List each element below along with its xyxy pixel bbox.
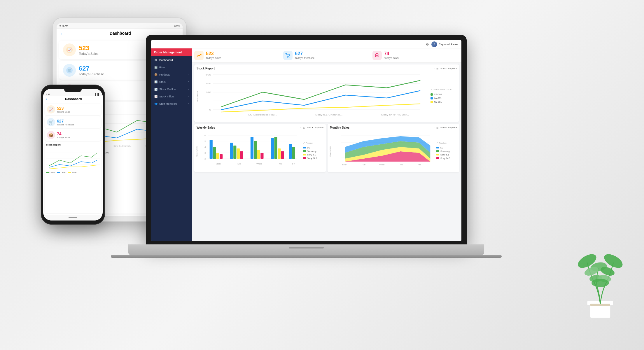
weekly-export-button[interactable]: Export ▾ bbox=[315, 126, 323, 129]
weekly-legend: ✓Product LG bbox=[303, 131, 323, 170]
dashboard-icon: ⊞ bbox=[154, 59, 158, 62]
laptop-base bbox=[128, 244, 484, 255]
svg-rect-56 bbox=[257, 150, 260, 159]
phone-stat-stock-label: Today's Stock bbox=[57, 136, 70, 139]
monthly-export-button[interactable]: Export ▾ bbox=[448, 126, 457, 129]
inflow-icon: 📈 bbox=[154, 95, 158, 98]
svg-text:Fri: Fri bbox=[418, 164, 421, 166]
legend-title: ✓ Warehouse Code bbox=[430, 88, 457, 91]
svg-text:Wed: Wed bbox=[379, 164, 384, 166]
monthly-sales-title: Monthly Sales bbox=[330, 126, 349, 129]
stock-chart-wrap: Total Instock bbox=[197, 72, 457, 120]
sidebar-label-stock: Stock bbox=[159, 80, 166, 83]
laptop-foot bbox=[111, 255, 502, 258]
svg-text:5: 5 bbox=[204, 140, 206, 143]
phone-notch bbox=[64, 89, 82, 92]
monthly-y-label: Quantity Sold bbox=[329, 146, 331, 157]
tablet-stat-icon-purchase: 🛒 bbox=[63, 64, 76, 77]
weekly-sort-button[interactable]: Sort ▾ bbox=[307, 126, 313, 129]
monthly-table-icon[interactable]: ⊞ bbox=[436, 126, 439, 129]
phone-stat-stock: 📦 74 Today's Stock bbox=[45, 129, 101, 141]
stat-icon-stock bbox=[372, 51, 382, 60]
stock-icon: 📊 bbox=[154, 80, 158, 83]
tablet-stat-purchase-info: 627 Today's Purchase bbox=[79, 65, 104, 76]
sidebar: Order Management ⊞ Dashboard 🏢 Firm 📦 Pr… bbox=[151, 48, 192, 241]
svg-text:Thu: Thu bbox=[277, 163, 282, 165]
phone-stat-icon-stock: 📦 bbox=[47, 131, 55, 139]
svg-rect-49 bbox=[220, 154, 223, 159]
svg-rect-84 bbox=[590, 304, 610, 306]
legend-ny001-laptop: NY-001 bbox=[430, 101, 457, 103]
bottom-row: Weekly Sales › ⊞ Sort ▾ Export ▾ bbox=[194, 124, 459, 172]
phone-content: 📈 523 Today's Sales 🛒 627 Today's Purcha… bbox=[43, 102, 103, 215]
sidebar-item-products[interactable]: 📦 Products › bbox=[151, 71, 192, 78]
sort-button[interactable]: Sort ▾ bbox=[440, 67, 447, 70]
monthly-chart-wrap: Quantity Sold bbox=[330, 131, 457, 170]
svg-point-20 bbox=[200, 54, 202, 55]
phone-stat-purchase-number: 627 bbox=[57, 119, 74, 123]
svg-text:Tue: Tue bbox=[361, 164, 366, 166]
weekly-legend-samsung: Samsung bbox=[303, 150, 323, 153]
weekly-legend-title: ✓Product bbox=[303, 142, 323, 144]
phone-legend-ca001: CA-001 bbox=[46, 172, 55, 173]
sidebar-item-stock[interactable]: 📊 Stock › bbox=[151, 78, 192, 85]
phone-stat-purchase: 🛒 627 Today's Purchase bbox=[45, 116, 101, 128]
tablet-stat-purchase-label: Today's Purchase bbox=[79, 72, 104, 76]
sidebar-label-outflow: Stock Outflow bbox=[159, 88, 176, 91]
topbar-right: ⚙ R Raymond Parker bbox=[426, 41, 459, 47]
phone-stat-sales: 📈 523 Today's Sales bbox=[45, 104, 101, 115]
weekly-sales-card: Weekly Sales › ⊞ Sort ▾ Export ▾ bbox=[194, 124, 326, 172]
svg-rect-51 bbox=[233, 146, 236, 159]
svg-text:LG Electronics Flat...: LG Electronics Flat... bbox=[249, 113, 277, 116]
sidebar-item-dashboard[interactable]: ⊞ Dashboard bbox=[151, 56, 192, 64]
sidebar-item-inflow[interactable]: 📈 Stock Inflow › bbox=[151, 93, 192, 100]
svg-rect-46 bbox=[210, 140, 213, 159]
sidebar-label-firm: Firm bbox=[159, 66, 165, 69]
phone-time: 9:41 bbox=[46, 93, 50, 95]
sidebar-item-firm[interactable]: 🏢 Firm bbox=[151, 64, 192, 71]
sidebar-header: Order Management bbox=[151, 48, 192, 56]
sidebar-label-dashboard: Dashboard bbox=[159, 58, 173, 62]
monthly-sort-button[interactable]: Sort ▾ bbox=[440, 126, 447, 129]
svg-text:0: 0 bbox=[209, 108, 211, 111]
phone-stat-icon-sales: 📈 bbox=[47, 105, 55, 113]
export-button[interactable]: Export ▾ bbox=[448, 67, 457, 70]
svg-point-22 bbox=[289, 57, 290, 58]
svg-rect-60 bbox=[278, 148, 281, 159]
svg-text:Wed: Wed bbox=[256, 163, 262, 165]
weekly-table-icon[interactable]: ⊞ bbox=[303, 126, 305, 129]
stat-label-stock: Today's Stock bbox=[384, 57, 399, 60]
phone-stat-sales-number: 523 bbox=[57, 106, 70, 111]
settings-icon[interactable]: ⚙ bbox=[426, 42, 429, 46]
svg-text:Sony 64.5" 4K Ultr...: Sony 64.5" 4K Ultr... bbox=[381, 113, 409, 116]
table-icon[interactable]: ⊞ bbox=[436, 67, 439, 70]
monthly-expand-icon[interactable]: › bbox=[434, 126, 435, 129]
stat-number-sales: 523 bbox=[206, 51, 221, 56]
stock-chart-legend: ✓ Warehouse Code CA-001 bbox=[430, 72, 457, 120]
tablet-stat-icon-sales: 📈 bbox=[63, 43, 76, 56]
phone-stat-purchase-label: Today's Purchase bbox=[57, 123, 74, 126]
monthly-sales-card: Monthly Sales › ⊞ Sort ▾ Export ▾ bbox=[328, 124, 459, 172]
weekly-expand-icon[interactable]: › bbox=[300, 126, 301, 129]
monthly-sales-header: Monthly Sales › ⊞ Sort ▾ Export ▾ bbox=[330, 126, 457, 129]
expand-icon[interactable]: › bbox=[434, 67, 435, 70]
laptop-device: ⚙ R Raymond Parker Order Management ⊞ bbox=[146, 35, 467, 298]
phone-legend-ny001: NY-001 bbox=[68, 172, 78, 173]
phone-stat-stock-number: 74 bbox=[57, 132, 70, 136]
svg-text:6: 6 bbox=[204, 134, 206, 137]
tablet-stat-sales-number: 523 bbox=[79, 44, 99, 52]
sidebar-item-outflow[interactable]: 📉 Stock Outflow › bbox=[151, 85, 192, 93]
stock-report-title: Stock Report bbox=[197, 67, 215, 70]
svg-rect-47 bbox=[213, 147, 216, 159]
phone-stat-purchase-info: 627 Today's Purchase bbox=[57, 119, 74, 126]
charts-area: Stock Report › ⊞ Sort ▾ Export ▾ bbox=[192, 63, 461, 241]
svg-rect-52 bbox=[237, 148, 240, 159]
sidebar-item-staff[interactable]: 👥 Staff Members › bbox=[151, 100, 192, 107]
stat-icon-sales bbox=[194, 51, 204, 60]
laptop-topbar: ⚙ R Raymond Parker bbox=[151, 40, 461, 48]
stock-report-card: Stock Report › ⊞ Sort ▾ Export ▾ bbox=[194, 64, 459, 122]
tablet-time: 9:41 AM bbox=[60, 24, 68, 27]
svg-text:Fri: Fri bbox=[292, 163, 295, 165]
user-avatar: R bbox=[431, 41, 437, 47]
staff-arrow: › bbox=[188, 103, 189, 105]
